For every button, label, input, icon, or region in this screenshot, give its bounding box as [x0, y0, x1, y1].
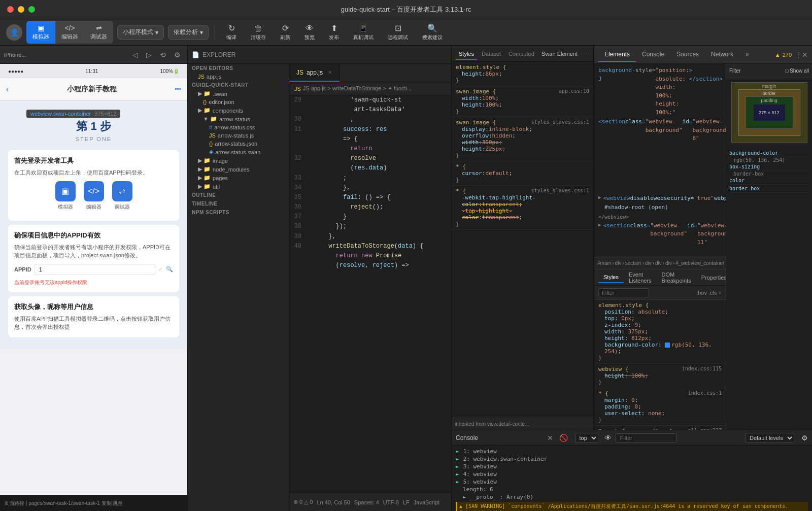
rotate-button[interactable]: ⟲	[157, 49, 168, 60]
preview-button[interactable]: 👁 预览	[299, 22, 320, 43]
menu-icon[interactable]: •••	[175, 86, 181, 93]
translate-button[interactable]: ↻ 编译	[221, 21, 242, 43]
content-box: 375 × 812	[754, 105, 785, 121]
event-listeners-tab[interactable]: Event Listeners	[624, 269, 657, 286]
window-title: guide-quick-start – 百度开发者工具 3.13.1-rc	[341, 5, 471, 14]
file-image[interactable]: ▶ 📁 image	[188, 156, 289, 165]
swan-more-icon[interactable]: ⋯	[584, 50, 589, 57]
styles-tab[interactable]: Styles	[598, 272, 624, 283]
html-tree[interactable]: background-J style="position: absolute; …	[594, 64, 726, 257]
properties-tab[interactable]: Properties	[696, 272, 726, 283]
device-screen[interactable]: ●●●●● 11:31 100%🔋 ‹ 小程序新手教程 ••• 第 1 步 ST…	[0, 64, 187, 495]
context-selector[interactable]: top	[575, 433, 598, 443]
debug-mode-button[interactable]: ⇌ 调试器	[84, 21, 113, 44]
console-clear-icon[interactable]: 🚫	[559, 434, 568, 442]
refresh-button[interactable]: ⟳ 刷新	[275, 21, 295, 43]
devtools-close-button[interactable]: ✕	[802, 51, 808, 59]
bc-section[interactable]: section	[625, 260, 641, 266]
arrow-1: ►	[456, 448, 459, 455]
swan-dataset-tab[interactable]: Dataset	[479, 49, 504, 59]
clear-cache-button[interactable]: 🗑 清缓存	[246, 22, 271, 43]
bc-div1[interactable]: div	[615, 260, 622, 266]
outline-header[interactable]: OUTLINE	[188, 191, 289, 199]
file-arrow-status[interactable]: ▼ 📁 arrow-status	[188, 115, 289, 123]
analysis-dropdown[interactable]: 依赖分析 ▾	[168, 25, 209, 40]
swan-styles-content: element.style { height:86px; } swan-imag…	[452, 62, 593, 418]
file-js[interactable]: JS arrow-status.js	[188, 131, 289, 140]
file-swan[interactable]: ▶ 📁 .swan	[188, 89, 289, 98]
log-level-select[interactable]: Default levels	[745, 433, 794, 443]
file-swan2[interactable]: ◈ arrow-status.swan	[188, 148, 289, 156]
webview-tooltip: webview.swan-container 375×812	[26, 110, 120, 118]
back-button[interactable]: ◁	[130, 49, 141, 60]
appid-input[interactable]	[35, 264, 155, 275]
editor-status-bar: ⊗ 0 △ 0 Ln 40, Col 50 Spaces: 4 UTF-8 LF…	[289, 493, 451, 511]
html-node-shadow[interactable]: #shadow-root (open)	[594, 203, 726, 213]
file-util[interactable]: ▶ 📁 util	[188, 182, 289, 191]
swan-computed-tab[interactable]: Computed	[505, 49, 537, 59]
bc-div4[interactable]: div	[665, 260, 672, 266]
simulator-mode-button[interactable]: ▣ 模拟器	[26, 21, 55, 44]
html-node-section2[interactable]: <section class="webview-background" id="…	[594, 117, 726, 194]
computed-props: background-color rgb(50, 136, 254) box-s…	[726, 147, 812, 430]
file-pages[interactable]: ▶ 📁 pages	[188, 174, 289, 182]
swan-styles-tab[interactable]: Styles	[456, 49, 477, 60]
console-close-button[interactable]: ✕	[547, 434, 553, 442]
tab-sources[interactable]: Sources	[670, 48, 705, 62]
file-components[interactable]: ▶ 📁 components	[188, 106, 289, 115]
project-header[interactable]: GUIDE-QUICK-START	[188, 81, 289, 89]
avatar[interactable]: 👤	[6, 24, 22, 41]
console-filter-input[interactable]	[616, 433, 676, 442]
editor-tab-appjs[interactable]: JS app.js ✕	[289, 64, 340, 82]
devtools-settings-icon[interactable]: ⋮	[796, 51, 802, 58]
phone-nav: ‹ 小程序新手教程 •••	[0, 78, 187, 100]
remote-debug-button[interactable]: ⊡ 远程调试	[383, 21, 413, 43]
file-json[interactable]: {} arrow-status.json	[188, 140, 289, 148]
search-appid-icon[interactable]: 🔍	[166, 266, 173, 272]
timeline-header[interactable]: TIMELINE	[188, 199, 289, 208]
tab-more[interactable]: »	[739, 48, 755, 62]
bc-container[interactable]: #_webview_container	[675, 260, 724, 266]
file-editor-json[interactable]: {} editor.json	[188, 98, 289, 106]
file-node-modules[interactable]: ▶ 📁 node_modules	[188, 165, 289, 174]
code-area[interactable]: 29 'swan-quick-st art-tasksData' 30 , 31…	[289, 95, 451, 493]
file-css[interactable]: # arrow-status.css	[188, 123, 289, 131]
miniapp-mode-dropdown[interactable]: 小程序模式 ▾	[117, 25, 164, 40]
eye-icon[interactable]: 👁	[604, 434, 612, 442]
tab-console-top[interactable]: Console	[636, 48, 670, 62]
back-nav-icon[interactable]: ‹	[6, 85, 9, 94]
step-sub: STEP ONE	[8, 136, 179, 142]
search-suggest-button[interactable]: 🔍 搜索建议	[417, 21, 448, 43]
html-node-webview2[interactable]: </webview>	[594, 213, 726, 221]
open-file-appjs[interactable]: JS app.js	[188, 73, 289, 81]
minimize-button[interactable]	[18, 6, 24, 13]
editor-mode-button[interactable]: </> 编辑器	[55, 21, 84, 44]
maximize-button[interactable]	[28, 6, 35, 13]
bc-sep5: ›	[663, 260, 664, 266]
tab-network[interactable]: Network	[705, 48, 739, 62]
bc-main[interactable]: #main	[597, 260, 611, 266]
style-filter-input[interactable]	[598, 288, 649, 297]
bc-div3[interactable]: div	[655, 260, 662, 266]
forward-button[interactable]: ▷	[144, 49, 154, 60]
close-button[interactable]	[7, 6, 14, 13]
settings-icon[interactable]: ⚙	[172, 49, 183, 60]
publish-button[interactable]: ⬆ 发布	[324, 21, 344, 43]
html-node-section3[interactable]: ▶ <section class="webview-background" id…	[594, 221, 726, 257]
open-editors-header[interactable]: OPEN EDITORS	[188, 64, 289, 73]
tab-elements[interactable]: Elements	[598, 48, 636, 62]
console-settings-icon[interactable]: ⚙	[801, 434, 808, 442]
real-debug-button[interactable]: 📱 真机调试	[348, 21, 379, 43]
html-node-section[interactable]: background-J style="position: absolute; …	[594, 66, 726, 117]
inherited-from: inherited from view.detail-conte...	[455, 421, 529, 427]
html-attr-id: id=	[683, 118, 693, 126]
html-node-webview1[interactable]: ▶ <webview disablewebsecurity="true" web…	[594, 194, 726, 203]
dom-breakpoints-tab[interactable]: DOM Breakpoints	[657, 269, 696, 286]
computed-val-box: border-box	[729, 171, 809, 177]
tab-close-icon[interactable]: ✕	[328, 70, 332, 75]
npm-scripts-header[interactable]: NPM SCRIPTS	[188, 208, 289, 217]
console-line-3: ► 3: webview	[456, 463, 808, 470]
code-line: 31 success: res	[289, 125, 451, 134]
tap-header: * { styles_slaves.css:1	[456, 188, 589, 194]
bc-div2[interactable]: div	[645, 260, 652, 266]
